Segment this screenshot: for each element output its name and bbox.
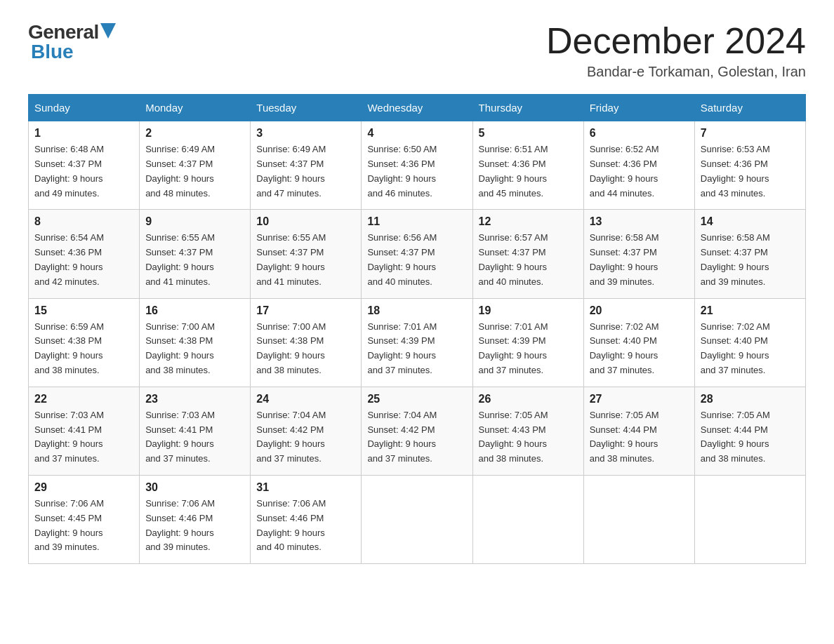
day-number: 4 [367, 127, 466, 140]
page-header: General Blue December 2024 Bandar-e Tork… [28, 21, 806, 80]
header-friday: Friday [583, 95, 694, 121]
day-info: Sunrise: 7:04 AM Sunset: 4:42 PM Dayligh… [367, 408, 466, 467]
header-wednesday: Wednesday [362, 95, 472, 121]
day-number: 24 [256, 393, 355, 405]
day-number: 11 [367, 215, 466, 228]
day-number: 14 [701, 215, 800, 228]
day-number: 9 [145, 215, 244, 228]
day-number: 25 [367, 393, 466, 405]
day-cell-23: 23 Sunrise: 7:03 AM Sunset: 4:41 PM Dayl… [140, 387, 251, 475]
day-info: Sunrise: 7:06 AM Sunset: 4:46 PM Dayligh… [256, 497, 355, 555]
day-info: Sunrise: 7:05 AM Sunset: 4:43 PM Dayligh… [479, 408, 578, 467]
day-cell-6: 6 Sunrise: 6:52 AM Sunset: 4:36 PM Dayli… [583, 121, 694, 210]
day-info: Sunrise: 6:49 AM Sunset: 4:37 PM Dayligh… [145, 142, 244, 201]
day-cell-10: 10 Sunrise: 6:55 AM Sunset: 4:37 PM Dayl… [251, 210, 362, 298]
day-info: Sunrise: 6:51 AM Sunset: 4:36 PM Dayligh… [479, 142, 578, 201]
day-cell-4: 4 Sunrise: 6:50 AM Sunset: 4:36 PM Dayli… [362, 121, 472, 210]
day-info: Sunrise: 7:02 AM Sunset: 4:40 PM Dayligh… [701, 320, 800, 378]
logo: General Blue [28, 21, 116, 63]
empty-cell-4-5 [583, 475, 694, 563]
day-info: Sunrise: 7:04 AM Sunset: 4:42 PM Dayligh… [256, 408, 355, 467]
day-info: Sunrise: 6:57 AM Sunset: 4:37 PM Dayligh… [479, 231, 578, 289]
day-number: 28 [701, 393, 800, 405]
day-info: Sunrise: 7:02 AM Sunset: 4:40 PM Dayligh… [590, 320, 689, 378]
day-info: Sunrise: 6:52 AM Sunset: 4:36 PM Dayligh… [590, 142, 689, 201]
day-cell-26: 26 Sunrise: 7:05 AM Sunset: 4:43 PM Dayl… [472, 387, 583, 475]
day-cell-15: 15 Sunrise: 6:59 AM Sunset: 4:38 PM Dayl… [29, 298, 140, 387]
day-number: 21 [701, 304, 800, 317]
title-block: December 2024 Bandar-e Torkaman, Golesta… [546, 21, 806, 80]
day-info: Sunrise: 6:55 AM Sunset: 4:37 PM Dayligh… [145, 231, 244, 289]
week-row-3: 15 Sunrise: 6:59 AM Sunset: 4:38 PM Dayl… [29, 298, 806, 387]
header-saturday: Saturday [694, 95, 805, 121]
day-number: 30 [145, 481, 244, 494]
week-row-1: 1 Sunrise: 6:48 AM Sunset: 4:37 PM Dayli… [29, 121, 806, 210]
day-cell-2: 2 Sunrise: 6:49 AM Sunset: 4:37 PM Dayli… [140, 121, 251, 210]
day-info: Sunrise: 6:59 AM Sunset: 4:38 PM Dayligh… [34, 320, 133, 378]
day-cell-11: 11 Sunrise: 6:56 AM Sunset: 4:37 PM Dayl… [362, 210, 472, 298]
day-info: Sunrise: 6:58 AM Sunset: 4:37 PM Dayligh… [590, 231, 689, 289]
day-cell-8: 8 Sunrise: 6:54 AM Sunset: 4:36 PM Dayli… [29, 210, 140, 298]
day-cell-18: 18 Sunrise: 7:01 AM Sunset: 4:39 PM Dayl… [362, 298, 472, 387]
svg-marker-0 [100, 23, 116, 39]
day-info: Sunrise: 7:00 AM Sunset: 4:38 PM Dayligh… [256, 320, 355, 378]
day-info: Sunrise: 7:05 AM Sunset: 4:44 PM Dayligh… [590, 408, 689, 467]
day-number: 16 [145, 304, 244, 317]
day-info: Sunrise: 6:50 AM Sunset: 4:36 PM Dayligh… [367, 142, 466, 201]
day-cell-28: 28 Sunrise: 7:05 AM Sunset: 4:44 PM Dayl… [694, 387, 805, 475]
day-number: 6 [590, 127, 689, 140]
day-info: Sunrise: 7:03 AM Sunset: 4:41 PM Dayligh… [34, 408, 133, 467]
day-number: 3 [256, 127, 355, 140]
week-row-4: 22 Sunrise: 7:03 AM Sunset: 4:41 PM Dayl… [29, 387, 806, 475]
day-cell-1: 1 Sunrise: 6:48 AM Sunset: 4:37 PM Dayli… [29, 121, 140, 210]
day-number: 23 [145, 393, 244, 405]
day-info: Sunrise: 7:00 AM Sunset: 4:38 PM Dayligh… [145, 320, 244, 378]
day-info: Sunrise: 6:55 AM Sunset: 4:37 PM Dayligh… [256, 231, 355, 289]
day-number: 10 [256, 215, 355, 228]
day-number: 15 [34, 304, 133, 317]
day-cell-5: 5 Sunrise: 6:51 AM Sunset: 4:36 PM Dayli… [472, 121, 583, 210]
day-cell-31: 31 Sunrise: 7:06 AM Sunset: 4:46 PM Dayl… [251, 475, 362, 563]
page-subtitle: Bandar-e Torkaman, Golestan, Iran [546, 64, 806, 80]
day-number: 2 [145, 127, 244, 140]
day-number: 18 [367, 304, 466, 317]
day-info: Sunrise: 7:01 AM Sunset: 4:39 PM Dayligh… [479, 320, 578, 378]
week-row-5: 29 Sunrise: 7:06 AM Sunset: 4:45 PM Dayl… [29, 475, 806, 563]
day-cell-19: 19 Sunrise: 7:01 AM Sunset: 4:39 PM Dayl… [472, 298, 583, 387]
day-cell-17: 17 Sunrise: 7:00 AM Sunset: 4:38 PM Dayl… [251, 298, 362, 387]
day-cell-24: 24 Sunrise: 7:04 AM Sunset: 4:42 PM Dayl… [251, 387, 362, 475]
day-cell-25: 25 Sunrise: 7:04 AM Sunset: 4:42 PM Dayl… [362, 387, 472, 475]
day-cell-9: 9 Sunrise: 6:55 AM Sunset: 4:37 PM Dayli… [140, 210, 251, 298]
day-cell-12: 12 Sunrise: 6:57 AM Sunset: 4:37 PM Dayl… [472, 210, 583, 298]
day-info: Sunrise: 6:58 AM Sunset: 4:37 PM Dayligh… [701, 231, 800, 289]
header-monday: Monday [140, 95, 251, 121]
day-cell-16: 16 Sunrise: 7:00 AM Sunset: 4:38 PM Dayl… [140, 298, 251, 387]
day-cell-22: 22 Sunrise: 7:03 AM Sunset: 4:41 PM Dayl… [29, 387, 140, 475]
day-number: 1 [34, 127, 133, 140]
empty-cell-4-4 [472, 475, 583, 563]
day-cell-27: 27 Sunrise: 7:05 AM Sunset: 4:44 PM Dayl… [583, 387, 694, 475]
logo-blue-text: Blue [31, 41, 74, 63]
day-number: 5 [479, 127, 578, 140]
day-info: Sunrise: 6:56 AM Sunset: 4:37 PM Dayligh… [367, 231, 466, 289]
day-cell-7: 7 Sunrise: 6:53 AM Sunset: 4:36 PM Dayli… [694, 121, 805, 210]
day-number: 12 [479, 215, 578, 228]
day-cell-13: 13 Sunrise: 6:58 AM Sunset: 4:37 PM Dayl… [583, 210, 694, 298]
day-number: 17 [256, 304, 355, 317]
day-info: Sunrise: 6:48 AM Sunset: 4:37 PM Dayligh… [34, 142, 133, 201]
day-number: 8 [34, 215, 133, 228]
day-info: Sunrise: 7:06 AM Sunset: 4:46 PM Dayligh… [145, 497, 244, 555]
week-row-2: 8 Sunrise: 6:54 AM Sunset: 4:36 PM Dayli… [29, 210, 806, 298]
day-info: Sunrise: 7:01 AM Sunset: 4:39 PM Dayligh… [367, 320, 466, 378]
day-number: 27 [590, 393, 689, 405]
calendar-table: SundayMondayTuesdayWednesdayThursdayFrid… [28, 94, 806, 564]
day-number: 7 [701, 127, 800, 140]
day-cell-29: 29 Sunrise: 7:06 AM Sunset: 4:45 PM Dayl… [29, 475, 140, 563]
day-number: 29 [34, 481, 133, 494]
day-cell-20: 20 Sunrise: 7:02 AM Sunset: 4:40 PM Dayl… [583, 298, 694, 387]
day-info: Sunrise: 6:49 AM Sunset: 4:37 PM Dayligh… [256, 142, 355, 201]
page-title: December 2024 [546, 21, 806, 61]
calendar-header-row: SundayMondayTuesdayWednesdayThursdayFrid… [29, 95, 806, 121]
day-number: 31 [256, 481, 355, 494]
day-number: 13 [590, 215, 689, 228]
